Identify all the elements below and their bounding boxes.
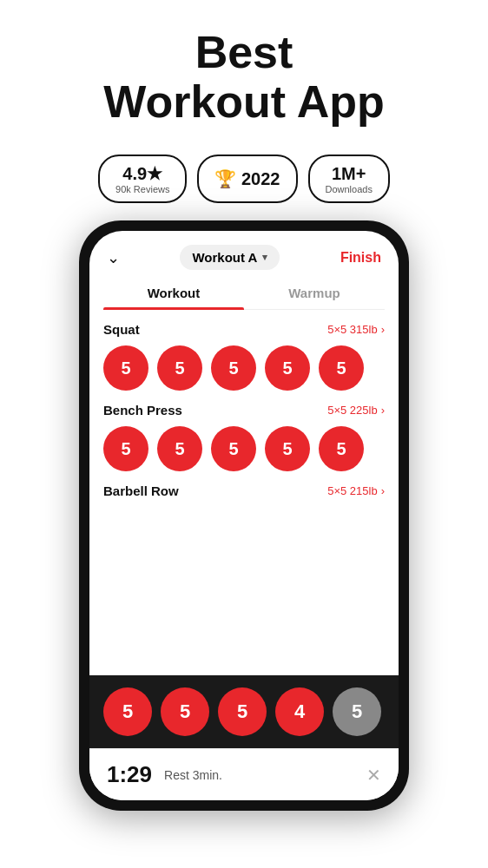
header: Best Workout App bbox=[0, 0, 488, 144]
exercise-list: Squat 5×5 315lb › 5 5 5 5 5 bbox=[89, 310, 399, 675]
exercise-bench: Bench Press 5×5 225lb › 5 5 5 5 5 bbox=[103, 403, 385, 471]
bottom-set-2[interactable]: 5 bbox=[161, 687, 209, 736]
badges-row: 4.9★ 90k Reviews 🏆 2022 1M+ Downloads bbox=[81, 144, 407, 220]
selector-arrow-icon: ▾ bbox=[262, 252, 267, 263]
exercise-squat: Squat 5×5 315lb › 5 5 5 5 5 bbox=[103, 322, 385, 391]
chevron-right-icon: › bbox=[381, 404, 385, 417]
downloads-value: 1M+ bbox=[332, 164, 366, 184]
phone-frame: ⌄ Workout A ▾ Finish Workout Warmup bbox=[79, 220, 409, 811]
bottom-set-5[interactable]: 5 bbox=[333, 687, 381, 736]
bottom-sets-bar: 5 5 5 4 5 bbox=[89, 675, 399, 748]
chevron-down-icon[interactable]: ⌄ bbox=[107, 248, 120, 267]
bench-set-5[interactable]: 5 bbox=[319, 426, 364, 471]
bench-sets-row: 5 5 5 5 5 bbox=[103, 426, 385, 471]
exercise-bench-header: Bench Press 5×5 225lb › bbox=[103, 403, 385, 418]
tabs: Workout Warmup bbox=[103, 277, 385, 310]
chevron-right-icon: › bbox=[381, 484, 385, 497]
workout-selector[interactable]: Workout A ▾ bbox=[180, 245, 280, 270]
bottom-set-1[interactable]: 5 bbox=[103, 687, 152, 736]
phone-mockup: ⌄ Workout A ▾ Finish Workout Warmup bbox=[79, 220, 409, 868]
exercise-squat-sets: 5×5 315lb › bbox=[327, 323, 385, 336]
exercise-barbell-sets: 5×5 215lb › bbox=[327, 484, 385, 497]
rating-sub: 90k Reviews bbox=[115, 184, 169, 194]
timer-close-button[interactable]: ✕ bbox=[366, 765, 381, 786]
squat-set-4[interactable]: 5 bbox=[265, 345, 310, 391]
downloads-badge: 1M+ Downloads bbox=[308, 155, 390, 203]
finish-button[interactable]: Finish bbox=[340, 250, 381, 266]
app-top-bar: ⌄ Workout A ▾ Finish bbox=[89, 231, 399, 277]
squat-sets-row: 5 5 5 5 5 bbox=[103, 345, 385, 391]
exercise-barbell-name: Barbell Row bbox=[103, 483, 179, 498]
exercise-barbell-row: Barbell Row 5×5 215lb › bbox=[103, 483, 385, 498]
award-badge: 🏆 2022 bbox=[197, 155, 297, 203]
chevron-right-icon: › bbox=[381, 323, 385, 336]
award-value: 🏆 2022 bbox=[214, 168, 280, 189]
squat-set-5[interactable]: 5 bbox=[319, 345, 364, 391]
bottom-set-3[interactable]: 5 bbox=[218, 687, 267, 736]
rest-timer: 1:29 Rest 3min. ✕ bbox=[89, 748, 399, 800]
exercise-bench-sets: 5×5 225lb › bbox=[327, 404, 385, 417]
exercise-squat-name: Squat bbox=[103, 322, 140, 337]
timer-label: Rest 3min. bbox=[164, 768, 354, 782]
bench-set-2[interactable]: 5 bbox=[157, 426, 202, 471]
squat-set-2[interactable]: 5 bbox=[157, 345, 202, 391]
rating-badge: 4.9★ 90k Reviews bbox=[98, 155, 187, 203]
phone-screen: ⌄ Workout A ▾ Finish Workout Warmup bbox=[89, 231, 399, 800]
bench-set-1[interactable]: 5 bbox=[103, 426, 148, 471]
bench-set-4[interactable]: 5 bbox=[265, 426, 310, 471]
rating-value: 4.9★ bbox=[122, 163, 162, 184]
downloads-sub: Downloads bbox=[326, 184, 373, 194]
exercise-squat-header: Squat 5×5 315lb › bbox=[103, 322, 385, 337]
workout-selector-label: Workout A bbox=[192, 250, 257, 265]
timer-time: 1:29 bbox=[107, 761, 152, 788]
bottom-set-4[interactable]: 4 bbox=[275, 687, 324, 736]
bench-set-3[interactable]: 5 bbox=[211, 426, 256, 471]
page-title: Best Workout App bbox=[17, 28, 471, 127]
tab-workout[interactable]: Workout bbox=[103, 277, 244, 309]
squat-set-1[interactable]: 5 bbox=[103, 345, 148, 391]
tab-warmup[interactable]: Warmup bbox=[244, 277, 385, 309]
exercise-bench-name: Bench Press bbox=[103, 403, 182, 418]
exercise-barbell-header: Barbell Row 5×5 215lb › bbox=[103, 483, 385, 498]
squat-set-3[interactable]: 5 bbox=[211, 345, 256, 391]
